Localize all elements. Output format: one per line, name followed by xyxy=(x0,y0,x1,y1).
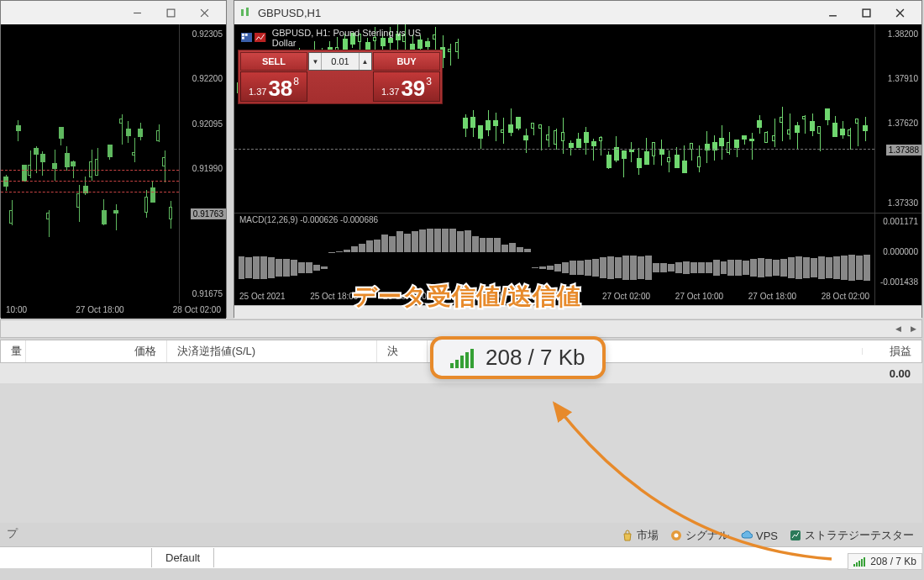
svg-rect-1 xyxy=(241,9,244,16)
buy-price-pip: 3 xyxy=(426,76,432,87)
right-price-scale: 1.382001.379101.376201.37330 xyxy=(874,24,921,213)
orders-empty-area xyxy=(0,383,922,523)
market-link[interactable]: 市場 xyxy=(622,528,659,543)
pl-value: 0.00 xyxy=(890,367,911,380)
col-tp-partial[interactable]: 決 xyxy=(377,340,428,362)
left-chart-window: 0.923050.922000.920950.919900.918850.916… xyxy=(0,0,227,318)
tab-scroll-right-icon[interactable]: ▶ xyxy=(906,322,920,335)
signal-bars-icon xyxy=(450,348,474,368)
profile-default[interactable]: Default xyxy=(151,548,214,567)
tester-icon xyxy=(790,530,801,541)
minimize-button[interactable] xyxy=(120,3,154,23)
tester-link[interactable]: ストラテジーテスター xyxy=(790,528,914,543)
left-time-scale: 10:0027 Oct 18:0028 Oct 02:00 xyxy=(1,303,226,319)
macd-scale: 0.0011710.000000-0.001438 xyxy=(874,214,921,290)
signal-bars-icon xyxy=(853,556,865,567)
svg-rect-5 xyxy=(242,34,244,36)
tab-scroll-left-icon[interactable]: ◀ xyxy=(891,322,905,335)
minimize-button[interactable] xyxy=(816,3,849,23)
last-price-line xyxy=(234,149,874,150)
left-candles xyxy=(1,24,179,288)
left-price-tag: 0.91763 xyxy=(191,208,226,219)
sell-price-big: 38 xyxy=(268,77,292,99)
col-sl[interactable]: 決済逆指値(S/L) xyxy=(167,340,377,362)
right-chart-window: GBPUSD,H1 GBPUSD, H1: Pound Sterling vs … xyxy=(234,0,922,318)
annotation-label: データ受信値/送信値 xyxy=(353,281,581,313)
buy-button[interactable]: 1.37 39 3 xyxy=(373,71,440,102)
annotation-box: 208 / 7 Kb xyxy=(430,336,606,379)
svg-rect-8 xyxy=(255,33,265,42)
close-button[interactable] xyxy=(883,3,916,23)
buy-price-big: 39 xyxy=(401,77,425,99)
candlestick-icon xyxy=(239,7,251,18)
volume-down-button[interactable]: ▼ xyxy=(310,53,322,70)
profile-bar: Default xyxy=(0,546,922,568)
trade-box: SELL ▼ 0.01 ▲ BUY 1.37 38 8 1.37 39 3 xyxy=(238,50,443,104)
statusbar: 208 / 7 Kb xyxy=(848,553,922,570)
cloud-icon xyxy=(741,530,753,541)
sell-price-base: 1.37 xyxy=(249,87,266,97)
svg-rect-6 xyxy=(245,34,248,36)
signal-label: シグナル xyxy=(685,528,729,543)
left-price-scale: 0.923050.922000.920950.919900.918850.916… xyxy=(179,24,226,303)
bag-icon xyxy=(622,530,633,541)
close-button[interactable] xyxy=(187,3,221,23)
bottom-links-bar: 市場 シグナル VPS ストラテジーテスター xyxy=(0,525,922,546)
pair-label: GBPUSD, H1: Pound Sterling vs US Dollar xyxy=(272,28,439,48)
left-titlebar xyxy=(1,1,226,24)
left-chart-area[interactable]: 0.923050.922000.920950.919900.918850.916… xyxy=(1,24,226,303)
chart-tab-strip[interactable]: ◀ ▶ xyxy=(0,319,922,338)
grid-icon xyxy=(241,33,252,43)
right-titlebar: GBPUSD,H1 xyxy=(234,1,921,24)
maximize-button[interactable] xyxy=(849,3,883,23)
col-amount[interactable]: 量 xyxy=(1,340,26,362)
signal-icon xyxy=(670,530,682,541)
ma-line xyxy=(1,192,179,192)
macd-bars xyxy=(238,219,871,287)
window-title: GBPUSD,H1 xyxy=(255,7,816,19)
market-label: 市場 xyxy=(637,528,659,543)
ma-line xyxy=(1,170,179,171)
chart-toggle-icon[interactable] xyxy=(255,33,265,43)
col-pl[interactable]: 損益 xyxy=(863,340,921,362)
svg-point-10 xyxy=(674,534,678,538)
macd-panel[interactable]: MACD(12,26,9) -0.000626 -0.000686 0.0011… xyxy=(234,213,921,290)
one-click-trade-panel: GBPUSD, H1: Pound Sterling vs US Dollar … xyxy=(238,26,443,104)
right-price-tag: 1.37388 xyxy=(886,145,921,156)
volume-value: 0.01 xyxy=(331,56,349,66)
volume-input[interactable]: ▼ 0.01 ▲ xyxy=(308,52,372,71)
tester-label: ストラテジーテスター xyxy=(805,528,914,543)
pair-label-row: GBPUSD, H1: Pound Sterling vs US Dollar xyxy=(238,26,443,50)
vps-link[interactable]: VPS xyxy=(741,530,778,542)
ma-line xyxy=(1,181,179,182)
buy-label[interactable]: BUY xyxy=(373,52,440,71)
maximize-button[interactable] xyxy=(154,3,187,23)
svg-rect-0 xyxy=(167,9,175,17)
sell-label[interactable]: SELL xyxy=(240,52,307,71)
main-chart-area[interactable]: GBPUSD, H1: Pound Sterling vs US Dollar … xyxy=(234,24,921,213)
svg-rect-3 xyxy=(863,9,870,17)
signal-link[interactable]: シグナル xyxy=(670,528,729,543)
annotation-value: 208 / 7 Kb xyxy=(486,345,585,371)
col-price[interactable]: 価格 xyxy=(26,340,167,362)
sell-price-pip: 8 xyxy=(293,76,299,87)
vps-label: VPS xyxy=(756,530,778,542)
volume-up-button[interactable]: ▲ xyxy=(359,53,370,70)
sell-button[interactable]: 1.37 38 8 xyxy=(240,71,307,102)
buy-price-base: 1.37 xyxy=(381,87,399,97)
svg-rect-7 xyxy=(242,37,244,40)
traffic-value: 208 / 7 Kb xyxy=(870,556,916,567)
svg-rect-2 xyxy=(246,8,249,16)
